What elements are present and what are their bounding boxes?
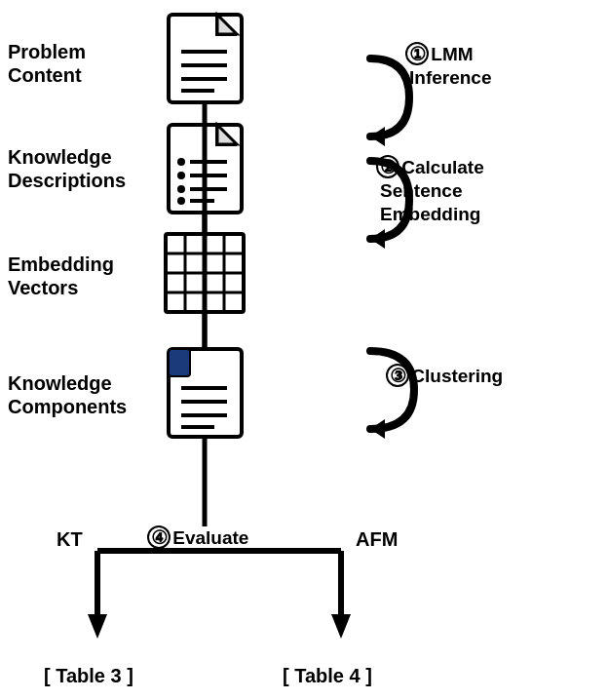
svg-marker-54 <box>331 614 351 639</box>
svg-text:[ Table 4 ]: [ Table 4 ] <box>283 665 372 686</box>
svg-text:Components: Components <box>8 396 127 417</box>
svg-text:[ Table 3 ]: [ Table 3 ] <box>44 665 133 686</box>
svg-text:Vectors: Vectors <box>8 277 78 298</box>
svg-point-16 <box>177 158 185 166</box>
svg-text:Knowledge: Knowledge <box>8 372 112 394</box>
svg-point-20 <box>177 185 185 193</box>
svg-text:Embedding: Embedding <box>8 253 114 275</box>
svg-text:Knowledge: Knowledge <box>8 146 112 168</box>
svg-text:KT: KT <box>57 528 83 550</box>
svg-point-22 <box>177 197 185 205</box>
svg-rect-32 <box>169 349 190 376</box>
svg-text:3: 3 <box>394 369 400 383</box>
svg-marker-15 <box>217 125 237 144</box>
svg-text:Inference: Inference <box>409 67 491 88</box>
svg-text:Sentence: Sentence <box>380 180 462 201</box>
svg-marker-52 <box>88 614 107 639</box>
svg-marker-48 <box>370 229 385 249</box>
svg-marker-9 <box>217 15 237 34</box>
svg-text:Problem: Problem <box>8 41 86 62</box>
svg-text:Embedding: Embedding <box>380 204 480 224</box>
svg-text:Descriptions: Descriptions <box>8 170 126 191</box>
svg-text:AFM: AFM <box>356 528 398 550</box>
svg-point-18 <box>177 172 185 179</box>
svg-marker-49 <box>370 419 385 439</box>
svg-text:1: 1 <box>413 47 420 61</box>
diagram: Problem Content Knowledge Descriptions E… <box>0 0 608 700</box>
svg-text:4: 4 <box>155 530 163 545</box>
svg-text:Content: Content <box>8 64 82 86</box>
svg-text:2: 2 <box>384 160 391 175</box>
svg-marker-47 <box>370 127 385 146</box>
